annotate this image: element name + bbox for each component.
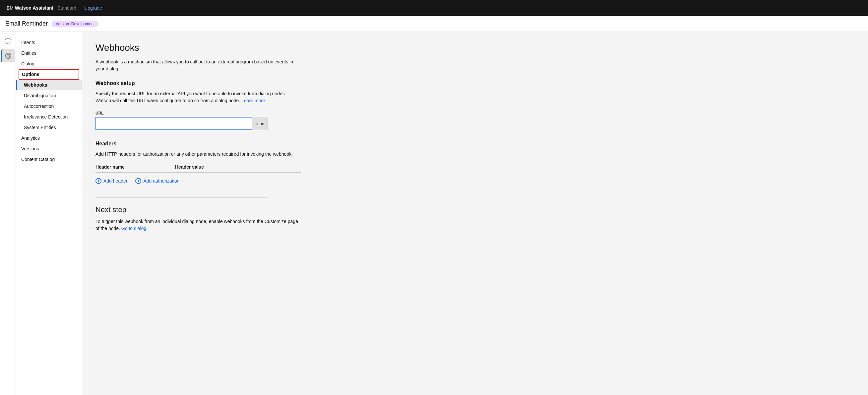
next-step-description: To trigger this webhook from an individu… (95, 218, 301, 232)
sidebar-item-content-catalog[interactable]: Content Catalog (16, 154, 82, 165)
sidebar-item-options[interactable]: Options (19, 69, 79, 80)
url-input-wrapper: .json (95, 117, 268, 130)
webhook-setup-title: Webhook setup (95, 80, 855, 86)
sidebar-item-dialog[interactable]: Dialog (16, 58, 82, 69)
page-title: Webhooks (95, 43, 855, 53)
sidebar-item-intents[interactable]: Intents (16, 37, 82, 48)
url-input[interactable] (95, 117, 268, 130)
url-label: URL (95, 111, 855, 115)
headers-title: Headers (95, 141, 301, 147)
version-badge: Version: Development (52, 21, 98, 27)
sidebar-item-irrelevance-detection[interactable]: Irrelevance Detection (16, 112, 82, 122)
next-step-title: Next step (95, 205, 855, 214)
main-content: Webhooks A webhook is a mechanism that a… (82, 32, 868, 395)
icon-rail (0, 32, 16, 395)
sidebar-item-versions[interactable]: Versions (16, 143, 82, 154)
header-bar: Email Reminder Version: Development (0, 16, 868, 32)
tier-label: Standard (57, 5, 76, 10)
brand-logo: IBM Watson Assistant (5, 5, 53, 10)
col-header-value: Header value (175, 164, 301, 170)
skill-icon-rail[interactable] (1, 49, 14, 62)
add-authorization-link[interactable]: + Add authorization (135, 178, 179, 184)
section-divider (95, 197, 268, 198)
sidebar-item-system-entities[interactable]: System Entities (16, 122, 82, 133)
next-step-section: Next step To trigger this webhook from a… (95, 205, 855, 232)
add-authorization-icon: + (135, 178, 141, 184)
url-suffix: .json (252, 117, 268, 130)
headers-table-header: Header name Header value (95, 164, 301, 173)
add-header-link[interactable]: + Add header (95, 178, 127, 184)
sidebar-item-autocorrection[interactable]: Autocorrection (16, 101, 82, 112)
sidebar-item-entities[interactable]: Entities (16, 48, 82, 58)
chat-icon-rail[interactable] (1, 34, 14, 48)
sidebar-item-webhooks[interactable]: Webhooks (16, 80, 82, 90)
headers-description: Add HTTP headers for authorization or an… (95, 151, 301, 158)
sidebar-item-disambiguation[interactable]: Disambiguation (16, 90, 82, 101)
page-description: A webhook is a mechanism that allows you… (95, 58, 301, 73)
add-links-container: + Add header + Add authorization (95, 178, 301, 184)
upgrade-link[interactable]: Upgrade (84, 5, 102, 10)
go-to-dialog-link[interactable]: Go to dialog (121, 226, 147, 231)
webhook-setup-section: Webhook setup Specify the request URL fo… (95, 80, 855, 130)
sidebar-item-analytics[interactable]: Analytics (16, 133, 82, 143)
webhook-setup-description: Specify the request URL for an external … (95, 90, 301, 104)
assistant-title: Email Reminder (5, 20, 48, 27)
headers-section: Headers Add HTTP headers for authorizati… (95, 141, 301, 184)
top-nav: IBM Watson Assistant Standard Upgrade (0, 0, 868, 16)
learn-more-link[interactable]: Learn more (241, 98, 265, 103)
col-header-name: Header name (95, 164, 175, 170)
add-header-icon: + (95, 178, 101, 184)
add-header-label: Add header (103, 178, 127, 184)
add-authorization-label: Add authorization (143, 178, 179, 184)
sidebar: Intents Entities Dialog Options Webhooks… (16, 32, 82, 395)
